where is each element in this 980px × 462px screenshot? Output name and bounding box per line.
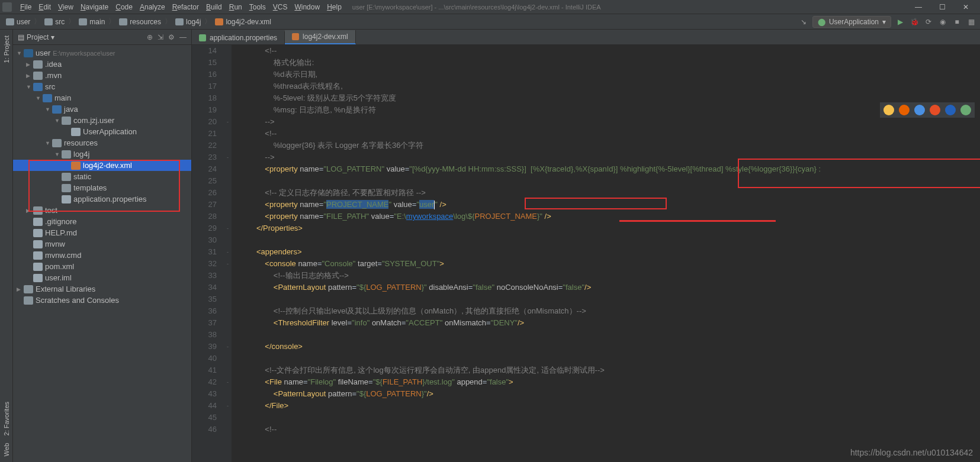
browser-icon-3[interactable] (930, 105, 940, 115)
open-in-browser-bar (879, 102, 975, 118)
expand-arrow-icon[interactable]: ▼ (54, 118, 62, 124)
project-tool-tab[interactable]: 1: Project (2, 33, 11, 65)
menu-build[interactable]: Build (203, 2, 226, 12)
menu-view[interactable]: View (54, 2, 77, 12)
menu-vcs[interactable]: VCS (269, 2, 291, 12)
folder-icon (24, 285, 33, 293)
file-icon (33, 251, 43, 260)
browser-icon-2[interactable] (914, 105, 925, 115)
project-tree[interactable]: ▼userE:\myworkspace\user▶.idea▶.mvn▼src▼… (13, 45, 191, 308)
expand-arrow-icon[interactable]: ▶ (26, 73, 33, 79)
browser-icon-4[interactable] (945, 105, 956, 115)
expand-arrow-icon[interactable]: ▶ (26, 62, 33, 67)
project-view-selector[interactable]: ▤ Project ▾ (18, 33, 54, 41)
debug-button[interactable]: 🐞 (909, 17, 920, 27)
tree-item-static[interactable]: static (13, 171, 191, 182)
mod-icon (24, 49, 33, 57)
tree-item-src[interactable]: ▼src (13, 81, 191, 92)
browser-icon-0[interactable] (883, 105, 894, 115)
browser-icon-1[interactable] (899, 105, 910, 115)
breadcrumb-resources[interactable]: resources (117, 18, 163, 26)
tree-item-log4j2-dev.xml[interactable]: log4j2-dev.xml (13, 160, 191, 171)
browser-icon-5[interactable] (960, 105, 971, 115)
expand-arrow-icon[interactable]: ▼ (54, 151, 62, 157)
menu-navigate[interactable]: Navigate (77, 2, 112, 12)
build-icon[interactable]: ↘ (798, 17, 809, 27)
maximize-button[interactable]: ☐ (930, 3, 954, 11)
menu-refactor[interactable]: Refactor (169, 2, 203, 12)
tree-item-External Libraries[interactable]: ▶External Libraries (13, 283, 191, 295)
hide-icon[interactable]: — (179, 33, 187, 41)
breadcrumb-user[interactable]: user (4, 18, 33, 26)
expand-arrow-icon[interactable]: ▼ (45, 140, 52, 146)
expand-arrow-icon[interactable]: ▼ (36, 95, 43, 101)
line-number-gutter: 1415161718192021222324252627282930313233… (192, 45, 224, 462)
navigation-bar: user〉src〉main〉resources〉log4j〉log4j2-dev… (0, 14, 980, 30)
tree-item-.idea[interactable]: ▶.idea (13, 59, 191, 70)
expand-arrow-icon[interactable]: ▼ (45, 106, 52, 112)
run-button[interactable]: ▶ (895, 17, 905, 27)
menubar: FileEditViewNavigateCodeAnalyzeRefactorB… (0, 0, 980, 14)
tab-log4j2-dev.xml[interactable]: log4j2-dev.xml (285, 30, 355, 44)
tree-item-.mvn[interactable]: ▶.mvn (13, 70, 191, 81)
run-config-label: UserApplication (829, 18, 879, 26)
menu-file[interactable]: File (17, 2, 35, 12)
fold-bar[interactable]: -------- (224, 45, 232, 462)
folder-icon (33, 72, 43, 80)
tree-item-com.jzj.user[interactable]: ▼com.jzj.user (13, 115, 191, 126)
folder-icon (79, 18, 87, 25)
stop-button[interactable]: ■ (952, 17, 962, 27)
gear-icon[interactable]: ⚙ (168, 33, 175, 41)
menu-window[interactable]: Window (291, 2, 323, 12)
tree-item-mvnw.cmd[interactable]: mvnw.cmd (13, 250, 191, 261)
code-content[interactable]: <!-- 格式化输出: %d表示日期, %thread表示线程名, %-5lev… (232, 45, 980, 462)
tree-item-log4j[interactable]: ▼log4j (13, 148, 191, 160)
tree-item-pom.xml[interactable]: pom.xml (13, 261, 191, 272)
code-editor[interactable]: 1415161718192021222324252627282930313233… (192, 45, 980, 462)
tree-item-user[interactable]: ▼userE:\myworkspace\user (13, 47, 191, 59)
favorites-tool-tab[interactable]: 2: Favorites (3, 402, 10, 435)
menu-code[interactable]: Code (112, 2, 136, 12)
expand-arrow-icon[interactable]: ▼ (26, 84, 33, 90)
menu-analyze[interactable]: Analyze (136, 2, 169, 12)
expand-arrow-icon[interactable]: ▶ (17, 286, 24, 292)
tree-item-templates[interactable]: templates (13, 182, 191, 193)
tree-item-Scratches and Consoles[interactable]: Scratches and Consoles (13, 295, 191, 306)
tree-item-test[interactable]: ▶test (13, 205, 191, 216)
tree-item-HELP.md[interactable]: HELP.md (13, 227, 191, 238)
expand-arrow-icon[interactable]: ▼ (17, 50, 24, 56)
expand-arrow-icon[interactable]: ▶ (26, 208, 33, 214)
breadcrumb-src[interactable]: src (42, 18, 67, 26)
breadcrumb-log4j[interactable]: log4j (173, 18, 203, 26)
close-button[interactable]: ✕ (954, 3, 978, 11)
breadcrumb-log4j2-dev.xml[interactable]: log4j2-dev.xml (213, 18, 273, 26)
coverage-button[interactable]: ⟳ (923, 17, 934, 27)
left-tool-gutter-bottom: 2: Favorites Web (0, 402, 13, 462)
profile-button[interactable]: ◉ (937, 17, 948, 27)
breadcrumb-main[interactable]: main (76, 18, 107, 26)
menu-help[interactable]: Help (323, 2, 345, 12)
tree-item-.gitignore[interactable]: .gitignore (13, 216, 191, 227)
menu-run[interactable]: Run (226, 2, 246, 12)
tree-item-mvnw[interactable]: mvnw (13, 238, 191, 250)
menu-tools[interactable]: Tools (246, 2, 269, 12)
tree-item-application.properties[interactable]: application.properties (13, 193, 191, 205)
window-title: user [E:\myworkspace\user] - ...\src\mai… (352, 4, 601, 11)
search-button[interactable]: ▦ (966, 17, 976, 27)
folder-icon (62, 173, 71, 181)
web-tool-tab[interactable]: Web (3, 443, 10, 456)
collapse-icon[interactable]: ⇲ (158, 33, 163, 41)
minimize-button[interactable]: — (907, 3, 930, 11)
tree-item-user.iml[interactable]: user.iml (13, 272, 191, 283)
project-panel: ▤ Project ▾ ⊕ ⇲ ⚙ — ▼userE:\myworkspace\… (13, 30, 192, 462)
menu-edit[interactable]: Edit (35, 2, 54, 12)
tree-item-resources[interactable]: ▼resources (13, 137, 191, 148)
tree-item-UserApplication[interactable]: UserApplication (13, 126, 191, 137)
folder-icon (44, 18, 53, 25)
tree-item-main[interactable]: ▼main (13, 92, 191, 104)
locate-icon[interactable]: ⊕ (147, 33, 153, 41)
tab-application.properties[interactable]: application.properties (192, 31, 285, 44)
tree-item-java[interactable]: ▼java (13, 104, 191, 115)
file-icon (33, 240, 43, 248)
run-config-selector[interactable]: ⬤ UserApplication ▾ (812, 16, 891, 28)
